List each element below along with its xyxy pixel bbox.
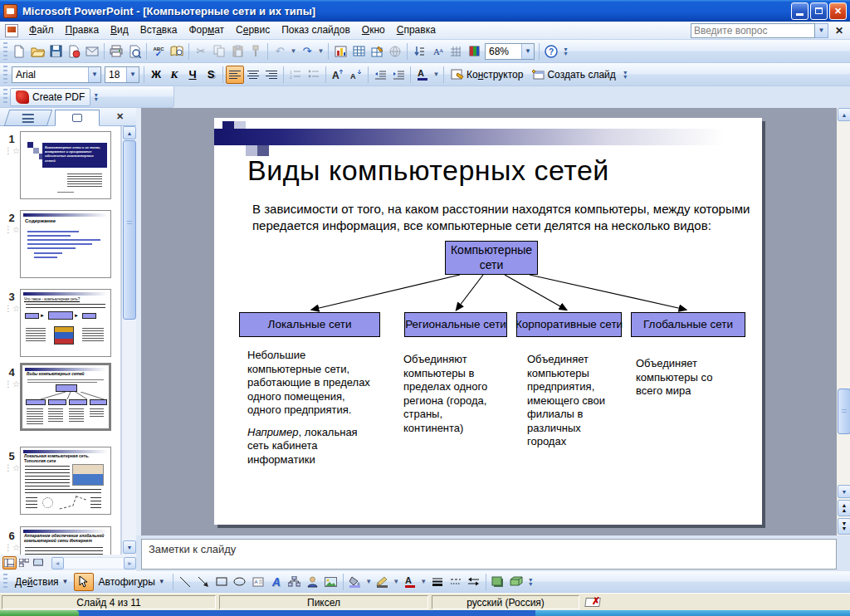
- description-global[interactable]: Объединяет компьютеры со всего мира: [636, 357, 734, 398]
- fill-color-icon[interactable]: [346, 573, 364, 591]
- draw-font-color-dropdown-icon[interactable]: ▼: [419, 573, 428, 591]
- scroll-up-icon[interactable]: ▲: [123, 126, 136, 139]
- save-icon[interactable]: [46, 42, 65, 61]
- bullets-button[interactable]: [305, 66, 323, 84]
- menu-file[interactable]: Файл: [23, 22, 60, 38]
- slideshow-button[interactable]: [32, 556, 45, 570]
- toolbar-grip[interactable]: [3, 42, 7, 61]
- color-grayscale-icon[interactable]: [465, 42, 483, 61]
- insert-picture-icon[interactable]: [322, 573, 340, 591]
- new-slide-button[interactable]: Создать слайд: [527, 67, 619, 82]
- diagram-box-local[interactable]: Локальные сети: [239, 312, 380, 337]
- align-right-button[interactable]: [262, 66, 281, 84]
- slide-thumbnail-5[interactable]: Локальная компьютерная сеть. Топология с…: [20, 447, 111, 515]
- menu-slideshow[interactable]: Показ слайдов: [276, 22, 356, 38]
- 3d-style-icon[interactable]: [507, 573, 525, 591]
- dash-style-icon[interactable]: [447, 573, 465, 591]
- line-color-icon[interactable]: [374, 573, 392, 591]
- zoom-dropdown-icon[interactable]: ▼: [521, 44, 534, 59]
- close-pane-icon[interactable]: ✕: [116, 111, 124, 122]
- wordart-icon[interactable]: A: [267, 573, 286, 591]
- scroll-down-icon[interactable]: ▼: [838, 485, 850, 498]
- close-question-icon[interactable]: ✕: [828, 25, 850, 37]
- copy-icon[interactable]: [210, 42, 228, 61]
- oval-tool-icon[interactable]: [231, 573, 249, 591]
- menu-view[interactable]: Вид: [105, 22, 134, 38]
- menu-format[interactable]: Формат: [183, 22, 230, 38]
- slide-title[interactable]: Виды компьютерных сетей: [247, 154, 609, 187]
- text-shadow-button[interactable]: S: [202, 66, 220, 84]
- decrease-font-button[interactable]: А: [347, 66, 365, 84]
- toolbar-options-chevron[interactable]: ▾▾: [620, 66, 631, 84]
- restore-button[interactable]: [810, 2, 828, 20]
- document-menu-icon[interactable]: [5, 24, 18, 37]
- increase-indent-button[interactable]: [389, 66, 408, 84]
- slide-canvas[interactable]: Виды компьютерных сетей В зависимости от…: [214, 118, 762, 525]
- bold-button[interactable]: Ж: [147, 66, 165, 84]
- powerpoint-app-icon[interactable]: [3, 4, 17, 18]
- tab-outline[interactable]: [4, 110, 52, 126]
- decrease-indent-button[interactable]: [371, 66, 389, 84]
- toolbar-options-chevron[interactable]: ▾▾: [90, 88, 101, 106]
- tab-slides[interactable]: [55, 110, 100, 126]
- slide-thumbnail-4-selected[interactable]: Виды компьютерных сетей: [20, 363, 111, 431]
- size-dropdown-icon[interactable]: ▼: [126, 67, 139, 82]
- underline-button[interactable]: Ч: [183, 66, 202, 84]
- print-preview-icon[interactable]: [125, 42, 144, 61]
- new-document-icon[interactable]: [10, 42, 28, 61]
- notes-panel[interactable]: Заметки к слайду: [141, 539, 837, 570]
- cut-icon[interactable]: ✂: [192, 42, 210, 61]
- menu-insert[interactable]: Вставка: [134, 22, 183, 38]
- select-objects-button[interactable]: [74, 573, 94, 591]
- permission-icon[interactable]: [65, 42, 83, 61]
- grid-icon[interactable]: [447, 42, 465, 61]
- diagram-root-box[interactable]: Компьютерные сети: [445, 241, 538, 275]
- slide-thumbnail-2[interactable]: Содержание: [20, 210, 111, 278]
- font-color-dropdown-icon[interactable]: ▼: [432, 66, 441, 84]
- textbox-tool-icon[interactable]: A: [249, 573, 267, 591]
- align-left-button[interactable]: [226, 66, 244, 84]
- research-icon[interactable]: [168, 42, 186, 61]
- normal-view-button[interactable]: [2, 556, 17, 570]
- slide-sorter-button[interactable]: [17, 556, 31, 570]
- scroll-left-icon[interactable]: ◄: [51, 557, 64, 570]
- minimize-button[interactable]: [791, 2, 808, 20]
- scrollbar-track[interactable]: [64, 557, 124, 570]
- insert-chart-icon[interactable]: [331, 42, 349, 61]
- line-tool-icon[interactable]: [176, 573, 194, 591]
- scroll-down-icon[interactable]: ▼: [123, 540, 136, 554]
- open-folder-icon[interactable]: [28, 42, 46, 61]
- description-local[interactable]: Небольшие компьютерные сети, работающие …: [247, 349, 379, 467]
- animation-star-icon[interactable]: ⋮☆: [4, 379, 19, 389]
- toolbar-grip[interactable]: [3, 89, 7, 105]
- animation-star-icon[interactable]: ⋮☆: [4, 146, 19, 155]
- next-slide-button[interactable]: ▼▼: [838, 518, 850, 535]
- toolbar-options-chevron[interactable]: ▾▾: [560, 42, 571, 61]
- clipart-icon[interactable]: [304, 573, 322, 591]
- font-size-combobox[interactable]: 18▼: [105, 66, 139, 83]
- scrollbar-thumb[interactable]: [123, 140, 136, 320]
- taskbar-button-edge[interactable]: [535, 610, 850, 616]
- format-painter-icon[interactable]: [247, 42, 265, 61]
- numbering-button[interactable]: 12: [286, 66, 305, 84]
- description-regional[interactable]: Объединяют компьютеры в пределах одного …: [403, 353, 505, 435]
- help-icon[interactable]: ?: [542, 42, 560, 61]
- scroll-up-icon[interactable]: ▲: [838, 108, 850, 121]
- toolbar-grip[interactable]: [3, 574, 7, 590]
- draw-actions-menu[interactable]: Действия▼: [10, 574, 74, 589]
- create-pdf-button[interactable]: Create PDF: [10, 88, 90, 106]
- diagram-box-corporate[interactable]: Корпоративные сети: [516, 312, 622, 337]
- ask-question-input[interactable]: [691, 23, 815, 38]
- print-icon[interactable]: [107, 42, 125, 61]
- menu-window[interactable]: Окно: [356, 22, 391, 38]
- menu-help[interactable]: Справка: [391, 22, 442, 38]
- arrow-style-icon[interactable]: [465, 573, 483, 591]
- font-dropdown-icon[interactable]: ▼: [88, 67, 100, 82]
- draw-font-color-icon[interactable]: А: [401, 573, 419, 591]
- slide-thumbnail-3[interactable]: Что такое - компьютерная сеть? ► ►: [20, 289, 111, 357]
- diagram-icon[interactable]: [286, 573, 304, 591]
- font-color-button[interactable]: А: [413, 66, 432, 84]
- hyperlink-icon[interactable]: [386, 42, 404, 61]
- shadow-style-icon[interactable]: [489, 573, 507, 591]
- paste-icon[interactable]: [228, 42, 247, 61]
